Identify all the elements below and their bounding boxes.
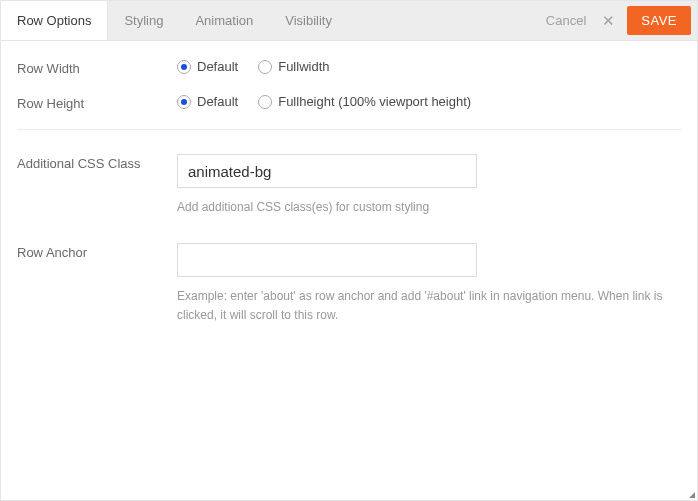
row-width-label: Row Width — [17, 59, 177, 76]
row-height-label: Row Height — [17, 94, 177, 111]
save-button[interactable]: SAVE — [627, 6, 691, 35]
tab-label: Row Options — [17, 13, 91, 28]
row-width-default-option[interactable]: Default — [177, 59, 238, 74]
css-class-field: Additional CSS Class Add additional CSS … — [17, 154, 681, 217]
radio-icon — [258, 60, 272, 74]
header-actions: Cancel ✕ SAVE — [542, 1, 697, 40]
radio-icon — [258, 95, 272, 109]
close-icon[interactable]: ✕ — [596, 13, 621, 28]
row-height-fullheight-option[interactable]: Fullheight (100% viewport height) — [258, 94, 471, 109]
row-height-field: Row Height Default Fullheight (100% view… — [17, 94, 681, 111]
anchor-input[interactable] — [177, 243, 477, 277]
tab-styling[interactable]: Styling — [108, 1, 179, 40]
radio-label: Fullheight (100% viewport height) — [278, 94, 471, 109]
css-class-label: Additional CSS Class — [17, 154, 177, 171]
dialog-content: Row Width Default Fullwidth Row Height D… — [1, 41, 697, 326]
css-class-input[interactable] — [177, 154, 477, 188]
anchor-label: Row Anchor — [17, 243, 177, 260]
radio-icon — [177, 60, 191, 74]
cancel-button[interactable]: Cancel — [542, 13, 590, 28]
row-width-fullwidth-option[interactable]: Fullwidth — [258, 59, 329, 74]
row-width-radio-group: Default Fullwidth — [177, 59, 681, 74]
radio-label: Default — [197, 94, 238, 109]
tab-label: Visibility — [285, 13, 332, 28]
radio-icon — [177, 95, 191, 109]
row-height-default-option[interactable]: Default — [177, 94, 238, 109]
row-width-field: Row Width Default Fullwidth — [17, 59, 681, 76]
resize-handle-icon[interactable] — [689, 492, 695, 498]
tab-row-options[interactable]: Row Options — [1, 1, 108, 40]
tab-visibility[interactable]: Visibility — [269, 1, 348, 40]
anchor-hint: Example: enter 'about' as row anchor and… — [177, 287, 667, 325]
tab-label: Styling — [124, 13, 163, 28]
divider — [17, 129, 681, 130]
css-class-hint: Add additional CSS class(es) for custom … — [177, 198, 667, 217]
tab-label: Animation — [195, 13, 253, 28]
anchor-field: Row Anchor Example: enter 'about' as row… — [17, 243, 681, 325]
radio-label: Default — [197, 59, 238, 74]
row-height-radio-group: Default Fullheight (100% viewport height… — [177, 94, 681, 109]
radio-label: Fullwidth — [278, 59, 329, 74]
tab-animation[interactable]: Animation — [179, 1, 269, 40]
dialog-header: Row Options Styling Animation Visibility… — [1, 1, 697, 41]
tab-bar: Row Options Styling Animation Visibility — [1, 1, 542, 40]
